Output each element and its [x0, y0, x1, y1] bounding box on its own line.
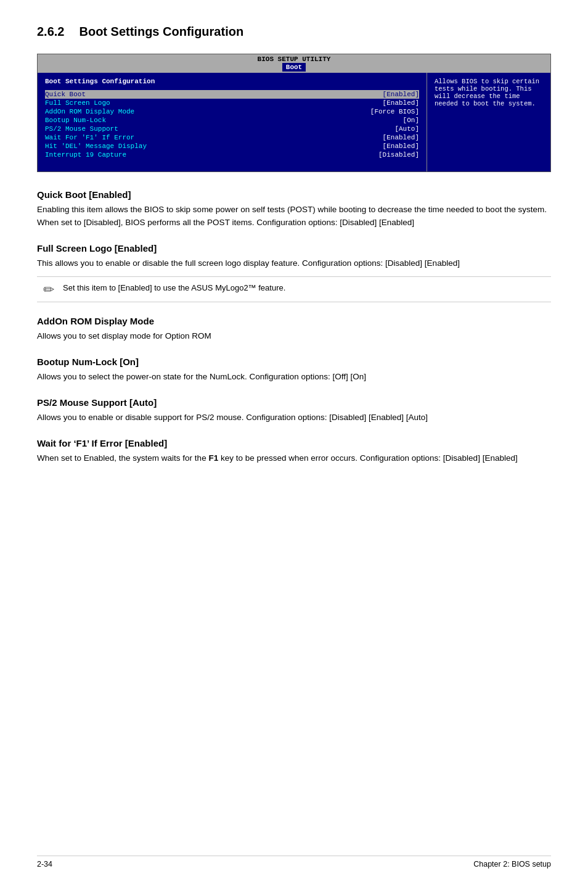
section-wait-f1: Wait for ‘F1’ If Error [Enabled] When se…	[37, 438, 551, 465]
bios-menu-list: Quick Boot[Enabled]Full Screen Logo[Enab…	[45, 90, 419, 159]
section-full-screen-logo: Full Screen Logo [Enabled] This allows y…	[37, 243, 551, 302]
note-icon: ✏	[43, 283, 54, 297]
footer-chapter: Chapter 2: BIOS setup	[473, 860, 551, 868]
bios-item-name: Full Screen Logo	[45, 99, 110, 107]
section-heading: 2.6.2Boot Settings Configuration	[37, 25, 551, 39]
section-title-ps2-mouse: PS/2 Mouse Support [Auto]	[37, 397, 551, 408]
bios-item-value: [On]	[403, 117, 419, 124]
bios-body: Boot Settings Configuration Quick Boot[E…	[38, 73, 550, 171]
bios-item-name: AddOn ROM Display Mode	[45, 108, 134, 115]
bios-utility-title: BIOS SETUP UTILITY	[258, 56, 331, 63]
section-body-addon-rom: Allows you to set display mode for Optio…	[37, 330, 551, 343]
section-body-full-screen-logo: This allows you to enable or disable the…	[37, 257, 551, 270]
note-box: ✏ Set this item to [Enabled] to use the …	[37, 276, 551, 302]
section-ps2-mouse: PS/2 Mouse Support [Auto] Allows you to …	[37, 397, 551, 424]
bios-help-text: Allows BIOS to skip certain tests while …	[435, 78, 539, 107]
section-body-bootup-numlock: Allows you to select the power-on state …	[37, 371, 551, 384]
bios-item-value: [Enabled]	[383, 91, 419, 98]
bios-item-name: Quick Boot	[45, 91, 86, 98]
bios-menu-item: Interrupt 19 Capture[Disabled]	[45, 151, 419, 159]
bios-menu-item: Hit 'DEL' Message Display[Enabled]	[45, 142, 419, 151]
section-addon-rom: AddOn ROM Display Mode Allows you to set…	[37, 316, 551, 343]
bios-item-name: PS/2 Mouse Support	[45, 125, 118, 133]
bios-menu-item: Full Screen Logo[Enabled]	[45, 99, 419, 107]
bios-right-panel: Allows BIOS to skip certain tests while …	[427, 73, 550, 171]
footer-page-number: 2-34	[37, 860, 52, 868]
bios-section-title: Boot Settings Configuration	[45, 78, 419, 85]
bios-item-name: Hit 'DEL' Message Display	[45, 142, 147, 150]
bios-menu-item: AddOn ROM Display Mode[Force BIOS]	[45, 107, 419, 116]
bios-left-panel: Boot Settings Configuration Quick Boot[E…	[38, 73, 427, 171]
page-footer: 2-34 Chapter 2: BIOS setup	[37, 856, 551, 868]
section-quick-boot: Quick Boot [Enabled] Enabling this item …	[37, 189, 551, 229]
bios-item-value: [Auto]	[394, 125, 419, 133]
bios-screenshot: BIOS SETUP UTILITY Boot Boot Settings Co…	[37, 54, 551, 172]
bios-menu-item: PS/2 Mouse Support[Auto]	[45, 125, 419, 133]
bios-title-bar: BIOS SETUP UTILITY Boot	[38, 54, 550, 73]
section-title-wait-f1: Wait for ‘F1’ If Error [Enabled]	[37, 438, 551, 448]
bios-menu-item: Wait For 'F1' If Error[Enabled]	[45, 133, 419, 142]
bios-item-name: Bootup Num-Lock	[45, 117, 106, 124]
section-title-bootup-numlock: Bootup Num-Lock [On]	[37, 357, 551, 367]
doc-sections: Quick Boot [Enabled] Enabling this item …	[37, 189, 551, 464]
section-body-wait-f1: When set to Enabled, the system waits fo…	[37, 452, 551, 465]
bios-item-name: Interrupt 19 Capture	[45, 151, 126, 159]
bios-item-value: [Enabled]	[383, 142, 419, 150]
bios-menu-item: Bootup Num-Lock[On]	[45, 116, 419, 125]
section-body-quick-boot: Enabling this item allows the BIOS to sk…	[37, 204, 551, 229]
section-body-ps2-mouse: Allows you to enable or disable support …	[37, 411, 551, 424]
section-bootup-numlock: Bootup Num-Lock [On] Allows you to selec…	[37, 357, 551, 384]
bios-item-value: [Disabled]	[378, 151, 419, 159]
section-title-addon-rom: AddOn ROM Display Mode	[37, 316, 551, 326]
section-title-text: Boot Settings Configuration	[79, 25, 243, 38]
bios-item-value: [Enabled]	[383, 134, 419, 141]
bios-active-tab: Boot	[282, 63, 306, 72]
section-number: 2.6.2	[37, 25, 64, 38]
section-title-quick-boot: Quick Boot [Enabled]	[37, 189, 551, 200]
bios-menu-item: Quick Boot[Enabled]	[45, 90, 419, 99]
section-title-full-screen-logo: Full Screen Logo [Enabled]	[37, 243, 551, 254]
note-text: Set this item to [Enabled] to use the AS…	[63, 282, 285, 294]
bios-item-value: [Force BIOS]	[370, 108, 419, 115]
bios-item-name: Wait For 'F1' If Error	[45, 134, 134, 141]
bios-item-value: [Enabled]	[383, 99, 419, 107]
